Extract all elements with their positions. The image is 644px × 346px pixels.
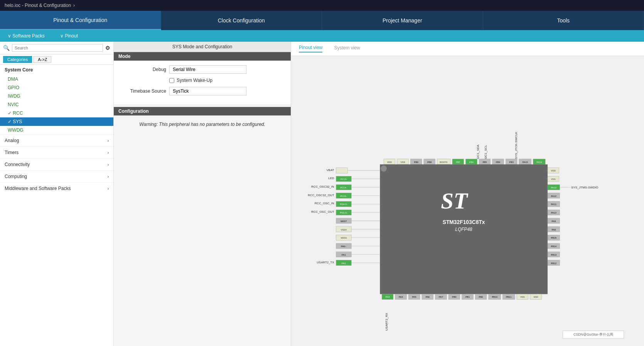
svg-text:PA6: PA6 <box>425 296 430 298</box>
sidebar-category-connectivity[interactable]: Connectivity › <box>0 158 113 170</box>
debug-input[interactable] <box>169 65 246 74</box>
pinout-canvas: I2C1_SDA I2C1_SCL SYS_JTCK-SWCLK VDD VSS… <box>291 56 644 346</box>
chip-model: STM32F103C8Tx <box>443 219 485 225</box>
chip-notch <box>381 166 387 172</box>
svg-text:PB5: PB5 <box>482 161 487 163</box>
sidebar-item-iwdg[interactable]: IWDG <box>0 92 113 100</box>
wakeup-checkbox[interactable] <box>169 78 174 83</box>
svg-text:PB9: PB9 <box>414 161 418 163</box>
svg-text:VSS: VSS <box>551 178 556 180</box>
tab-clock[interactable]: Clock Configuration <box>161 11 322 30</box>
svg-text:PB10: PB10 <box>492 296 497 298</box>
bottom-label-usart2-rx: USART2_RX <box>385 312 388 331</box>
svg-text:PC14-.: PC14-. <box>340 187 347 189</box>
debug-label: Debug <box>120 67 166 72</box>
svg-text:PD0-O.: PD0-O. <box>340 203 347 205</box>
tab-categories[interactable]: Categories <box>3 56 32 63</box>
svg-text:NRST: NRST <box>341 220 347 222</box>
search-input[interactable] <box>12 44 103 52</box>
chip-diagram: I2C1_SDA I2C1_SCL SYS_JTCK-SWCLK VDD VSS… <box>291 56 644 346</box>
svg-text:PA5: PA5 <box>412 296 416 298</box>
chip-logo: ST <box>441 188 469 214</box>
pinout-area: Pinout view System view I2C1_SDA I2C1_SC… <box>291 42 644 346</box>
svg-text:PC13-: PC13- <box>341 178 347 180</box>
chevron-right-icon: › <box>108 175 109 179</box>
wakeup-row: System Wake-Up <box>120 78 285 83</box>
svg-text:PC15-.: PC15-. <box>340 195 347 197</box>
sidebar-item-dma[interactable]: DMA <box>0 75 113 83</box>
chip-package: LQFP48 <box>455 227 473 232</box>
svg-text:PA4: PA4 <box>399 296 403 298</box>
title-bar: helo.ioc - Pinout & Configuration › <box>0 0 644 11</box>
label-rcc-osc-out: RCC_OSC_OUT <box>311 210 334 214</box>
tab-tools[interactable]: Tools <box>483 11 644 30</box>
chevron-right-icon: › <box>108 139 109 143</box>
svg-text:PB12: PB12 <box>551 262 556 265</box>
tab-pinout-view[interactable]: Pinout view <box>299 45 322 53</box>
tab-az[interactable]: A->Z <box>34 56 51 63</box>
top-nav: Pinout & Configuration Clock Configurati… <box>0 11 644 30</box>
label-vbat: VBAT <box>327 168 334 172</box>
svg-text:PB11: PB11 <box>506 296 511 298</box>
svg-text:VSS: VSS <box>520 296 525 298</box>
sidebar-tabs: Categories A->Z <box>0 54 113 65</box>
svg-text:PA12: PA12 <box>551 195 556 197</box>
label-sys-jtms: SYS_JTMS-SWDIO <box>571 186 598 189</box>
svg-text:PB7: PB7 <box>456 161 460 163</box>
svg-text:BOOT0: BOOT0 <box>440 161 448 163</box>
svg-text:PA10: PA10 <box>551 212 557 214</box>
svg-text:PB4: PB4 <box>496 161 501 163</box>
sidebar-category-timers[interactable]: Timers › <box>0 146 113 158</box>
warning-text: Warning: This peripheral has no paramete… <box>114 115 291 133</box>
label-rcc-osc32-out: RCC_OSC32_OUT <box>308 193 334 197</box>
sidebar-item-rcc[interactable]: ✓ RCC <box>0 109 113 117</box>
timebase-row: Timebase Source <box>120 87 285 95</box>
svg-text:PA1: PA1 <box>342 254 346 256</box>
svg-text:VDD: VDD <box>533 296 538 298</box>
sidebar-item-gpio[interactable]: GPIO <box>0 83 113 92</box>
debug-row: Debug <box>120 65 285 74</box>
svg-text:VSSA: VSSA <box>341 229 347 231</box>
svg-text:PD1-O.: PD1-O. <box>340 212 347 214</box>
svg-text:PA0-.: PA0-. <box>341 245 347 248</box>
sidebar-item-sys[interactable]: ✓ SYS <box>0 117 113 126</box>
svg-text:PB13: PB13 <box>551 254 557 256</box>
svg-text:PA13: PA13 <box>551 187 557 189</box>
svg-text:VDDA: VDDA <box>341 237 347 239</box>
svg-text:PB1: PB1 <box>465 296 470 298</box>
svg-text:VDD: VDD <box>387 161 392 163</box>
tab-system-view[interactable]: System view <box>334 45 360 52</box>
timebase-input[interactable] <box>169 87 246 95</box>
subnav-software-packs[interactable]: ∨ Software Packs <box>8 33 45 39</box>
svg-text:PA11: PA11 <box>551 203 556 205</box>
svg-text:PB0: PB0 <box>452 296 457 298</box>
svg-text:PA15: PA15 <box>523 161 528 163</box>
sidebar-category-computing[interactable]: Computing › <box>0 170 113 182</box>
mode-form: Debug System Wake-Up Timebase Source <box>114 61 291 104</box>
subnav-pinout[interactable]: ∨ Pinout <box>60 33 78 39</box>
watermark-text: CSDN@GuiStar-李什么周 <box>573 332 613 336</box>
svg-text:PB15: PB15 <box>551 237 557 239</box>
tab-pinout[interactable]: Pinout & Configuration <box>0 11 161 30</box>
sidebar-category-middleware[interactable]: Middleware and Software Packs › <box>0 182 113 194</box>
config-section-header: Configuration <box>114 107 291 115</box>
settings-icon[interactable]: ⚙ <box>105 45 110 51</box>
svg-text:PB3: PB3 <box>509 161 514 163</box>
svg-text:PA7: PA7 <box>439 296 443 298</box>
top-label-sys-jtck: SYS_JTCK-SWCLK <box>514 131 518 159</box>
wakeup-label: System Wake-Up <box>177 78 212 83</box>
svg-text:PA3: PA3 <box>386 296 390 298</box>
title-text: helo.ioc - Pinout & Configuration <box>5 3 71 8</box>
sidebar-item-nvic[interactable]: NVIC <box>0 100 113 109</box>
tab-project[interactable]: Project Manager <box>322 11 483 30</box>
svg-text:PB6: PB6 <box>469 161 474 163</box>
svg-text:VDD: VDD <box>551 170 556 172</box>
sidebar-item-wwdg[interactable]: WWDG <box>0 126 113 134</box>
svg-text:PA9: PA9 <box>551 220 556 222</box>
svg-text:PA14: PA14 <box>536 161 542 163</box>
svg-text:PB14: PB14 <box>551 245 557 248</box>
main-layout: 🔍 ⚙ Categories A->Z System Core DMA GPIO… <box>0 42 644 346</box>
top-label-i2c1-sda: I2C1_SDA <box>476 144 480 159</box>
sidebar-category-analog[interactable]: Analog › <box>0 134 113 146</box>
label-led: LED <box>328 176 334 180</box>
